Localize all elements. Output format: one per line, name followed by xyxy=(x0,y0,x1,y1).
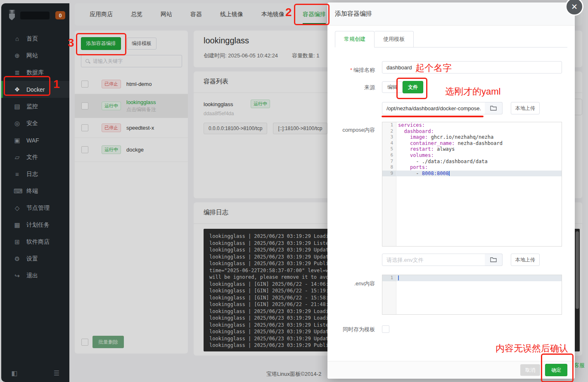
code-text: container_name: nezha-dashboard xyxy=(396,140,503,147)
compose-content-label: compose内容 xyxy=(336,126,375,134)
folder-icon xyxy=(490,105,497,111)
code-text: restart: always xyxy=(396,146,455,152)
source-toggle: 编辑文件 xyxy=(382,81,423,93)
code-line: 8 ports: xyxy=(382,164,562,171)
source-label: 来源 xyxy=(336,84,375,91)
code-token: volumes: xyxy=(410,152,434,158)
code-token: 8008:8008 xyxy=(422,171,449,176)
code-text: - ./data:/dashboard/data xyxy=(396,159,488,165)
modal-tab-使用模板[interactable]: 使用模板 xyxy=(375,31,414,47)
required-mark: * xyxy=(350,67,352,73)
annotation-step-3: 3 xyxy=(68,36,74,50)
add-compose-modal: 添加容器编排 ✕ 常规创建使用模板 *编排名称 来源 编辑文件 本地上传 com… xyxy=(327,2,575,379)
code-text xyxy=(396,275,399,281)
code-text: image: ghcr.io/nezhahq/nezha xyxy=(396,134,493,140)
env-code-lines: 1 xyxy=(382,275,562,281)
code-token xyxy=(398,152,410,158)
code-token: always xyxy=(434,146,455,152)
line-number: 6 xyxy=(382,152,396,159)
code-token: image: xyxy=(410,134,428,140)
env-content-editor[interactable]: 1 xyxy=(382,275,562,315)
annotation-yaml-note: 选刚才的yaml xyxy=(445,85,500,98)
code-token: - xyxy=(398,171,422,176)
source-option-编辑[interactable]: 编辑 xyxy=(382,81,403,93)
compose-name-label: *编排名称 xyxy=(336,66,375,74)
code-token: dashboard: xyxy=(404,128,434,134)
modal-tabs: 常规创建使用模板 xyxy=(335,31,567,47)
code-text: dashboard: xyxy=(396,128,434,135)
code-line: 1services: xyxy=(382,122,562,128)
modal-title: 添加容器编排 xyxy=(335,10,372,18)
code-token xyxy=(398,146,410,152)
compose-file-path-input[interactable] xyxy=(382,102,485,114)
folder-icon xyxy=(490,257,497,263)
code-line: 3 image: ghcr.io/nezhahq/nezha xyxy=(382,134,562,140)
code-line: 4 container_name: nezha-dashboard xyxy=(382,140,562,147)
line-number: 1 xyxy=(382,275,396,281)
code-token xyxy=(398,140,410,146)
line-number: 4 xyxy=(382,140,396,147)
code-line: 2 dashboard: xyxy=(382,128,562,135)
text-cursor xyxy=(449,171,450,176)
code-text: volumes: xyxy=(396,152,434,159)
text-cursor xyxy=(398,275,399,280)
browse-folder-button[interactable] xyxy=(485,102,503,114)
support-link[interactable]: 客服 xyxy=(574,362,585,369)
compose-local-upload-button[interactable]: 本地上传 xyxy=(511,102,540,114)
code-token: ghcr.io/nezhahq/nezha xyxy=(428,134,493,140)
code-line: 9 - 8008:8008 xyxy=(382,171,562,177)
line-number: 1 xyxy=(382,122,396,128)
code-token: container_name: xyxy=(410,140,455,146)
code-token: restart: xyxy=(410,146,434,152)
compose-code-lines: 1services:2 dashboard:3 image: ghcr.io/n… xyxy=(382,122,562,176)
annotation-step-2: 2 xyxy=(285,6,292,19)
confirm-button[interactable]: 确定 xyxy=(545,364,567,376)
code-text: - 8008:8008 xyxy=(396,171,450,177)
code-token: nezha-dashboard xyxy=(455,140,503,146)
save-template-checkbox[interactable] xyxy=(382,325,389,333)
annotation-confirm-note: 内容无误然后确认 xyxy=(496,342,568,355)
code-token: ports: xyxy=(410,164,428,170)
env-browse-folder-button[interactable] xyxy=(485,254,503,266)
compose-content-editor[interactable]: 1services:2 dashboard:3 image: ghcr.io/n… xyxy=(382,122,562,247)
modal-footer: 取消 确定 xyxy=(327,361,575,379)
line-number: 7 xyxy=(382,159,396,165)
save-template-label: 同时存为模板 xyxy=(336,326,375,333)
modal-header: 添加容器编排 xyxy=(327,2,575,26)
compose-name-input[interactable] xyxy=(382,61,562,74)
env-content-label: .env内容 xyxy=(336,280,375,287)
code-token: - ./data:/dashboard/data xyxy=(398,159,488,164)
code-text: services: xyxy=(396,122,425,128)
code-text: ports: xyxy=(396,164,428,171)
code-token xyxy=(398,134,410,140)
code-line: 7 - ./data:/dashboard/data xyxy=(382,159,562,165)
line-number: 8 xyxy=(382,164,396,171)
line-number: 9 xyxy=(382,171,396,177)
code-line: 6 volumes: xyxy=(382,152,562,159)
source-option-文件[interactable]: 文件 xyxy=(403,81,423,93)
code-line: 1 xyxy=(382,275,562,281)
cancel-button[interactable]: 取消 xyxy=(520,364,540,376)
annotation-name-note: 起个名字 xyxy=(415,62,452,74)
line-number: 5 xyxy=(382,146,396,152)
annotation-underline-filepath xyxy=(382,116,484,117)
code-token xyxy=(398,128,404,134)
annotation-step-1: 1 xyxy=(53,78,60,91)
app-root: 0 ⌂首页⊕网站≣数据库❖Docker▤监控◎安全▣WAF▱文件≡日志⌨终端◇节… xyxy=(0,0,588,382)
env-local-upload-button[interactable]: 本地上传 xyxy=(511,254,540,266)
modal-tab-常规创建[interactable]: 常规创建 xyxy=(335,31,375,47)
line-number: 3 xyxy=(382,134,396,140)
line-number: 2 xyxy=(382,128,396,135)
code-token xyxy=(398,164,410,170)
code-line: 5 restart: always xyxy=(382,146,562,152)
env-file-input[interactable] xyxy=(382,254,485,266)
code-token: services: xyxy=(398,122,425,128)
